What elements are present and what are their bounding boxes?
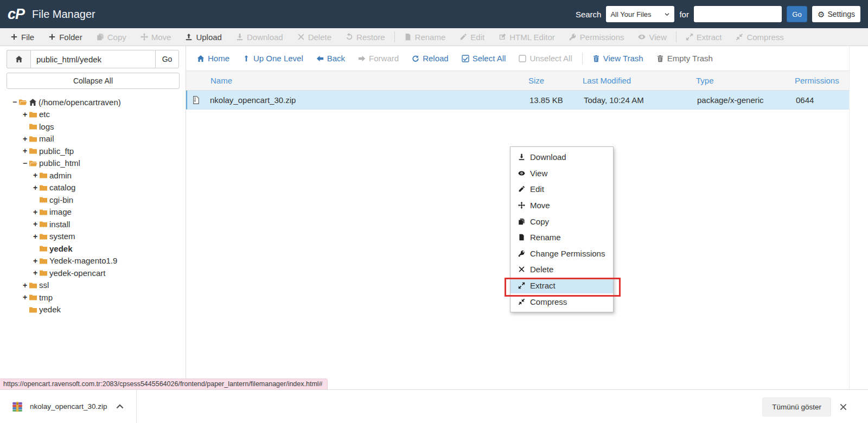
caret-up-icon[interactable] xyxy=(114,401,125,412)
tree-expander-plus-icon[interactable]: + xyxy=(21,134,29,143)
column-header-type[interactable]: Type xyxy=(696,76,795,85)
path-row: Go xyxy=(7,50,179,68)
column-header-permissions[interactable]: Permissions xyxy=(795,76,849,85)
tree-expander-plus-icon[interactable]: + xyxy=(31,257,39,265)
column-header-last-modified[interactable]: Last Modified xyxy=(583,76,696,85)
download-item[interactable]: nkolay_opencart_30.zip xyxy=(0,390,136,423)
context-menu-move[interactable]: Move xyxy=(510,197,613,214)
rar-archive-icon xyxy=(12,401,23,412)
nav-forward-button: Forward xyxy=(352,54,405,63)
x-icon xyxy=(518,266,525,273)
close-shelf-icon[interactable] xyxy=(839,403,847,411)
folder-icon xyxy=(29,134,37,143)
toolbar-folder-label: Folder xyxy=(59,33,82,42)
folder-icon xyxy=(39,195,48,204)
tree-expander-plus-icon[interactable]: + xyxy=(31,208,39,216)
tree-expander-minus-icon[interactable]: − xyxy=(21,159,29,168)
key-icon xyxy=(518,250,525,257)
tree-item-ssl[interactable]: +ssl xyxy=(0,279,186,292)
tree-item-label: etc xyxy=(39,110,50,119)
toolbar-permissions-button: Permissions xyxy=(562,28,631,46)
toolbar-file-button[interactable]: File xyxy=(3,28,41,46)
nav-view-trash-button[interactable]: View Trash xyxy=(586,54,650,63)
cpanel-logo[interactable]: cP xyxy=(8,6,24,23)
tree-expander-plus-icon[interactable]: + xyxy=(21,293,29,302)
tree-item-etc[interactable]: +etc xyxy=(0,108,186,121)
search-scope-select[interactable]: All Your Files xyxy=(606,6,674,22)
toolbar-upload-button[interactable]: Upload xyxy=(178,28,229,46)
tree-expander-plus-icon[interactable]: + xyxy=(21,110,29,119)
tree-item-yedek[interactable]: yedek xyxy=(0,242,186,255)
plus-icon xyxy=(10,33,18,41)
tree-item--home-opencartraven-[interactable]: −(/home/opencartraven) xyxy=(0,96,186,108)
nav-select-all-button[interactable]: Select All xyxy=(455,54,513,63)
table-row[interactable]: nkolay_opencart_30.zip13.85 KBToday, 10:… xyxy=(186,91,849,110)
show-all-downloads-button[interactable]: Tümünü göster xyxy=(762,398,831,416)
context-menu-delete[interactable]: Delete xyxy=(510,261,613,278)
toolbar-view-button: View xyxy=(631,28,673,46)
home-path-button[interactable] xyxy=(7,50,30,68)
tree-item-logs[interactable]: logs xyxy=(0,120,186,133)
tree-expander-plus-icon[interactable]: + xyxy=(31,268,39,277)
context-menu-compress-label: Compress xyxy=(530,297,567,306)
nav-empty-trash-button[interactable]: Empty Trash xyxy=(650,54,719,63)
context-menu-view[interactable]: View xyxy=(510,165,613,182)
tree-item-system[interactable]: +system xyxy=(0,230,186,243)
toolbar-file-label: File xyxy=(21,33,34,42)
tree-item-yedek-magento1-9[interactable]: +Yedek-magento1.9 xyxy=(0,255,186,267)
tree-item-public-ftp[interactable]: +public_ftp xyxy=(0,145,186,157)
tree-item-cgi-bin[interactable]: cgi-bin xyxy=(0,194,186,206)
tree-item-tmp[interactable]: +tmp xyxy=(0,291,186,304)
tree-expander-plus-icon[interactable]: + xyxy=(31,220,39,228)
tree-expander-plus-icon[interactable]: + xyxy=(21,281,29,290)
folder-icon xyxy=(39,171,48,180)
copy-icon xyxy=(97,33,104,41)
settings-button[interactable]: ⚙ Settings xyxy=(812,6,860,22)
toolbar-upload-label: Upload xyxy=(196,33,222,42)
compress-icon xyxy=(518,298,525,305)
collapse-all-button[interactable]: Collapse All xyxy=(7,73,180,89)
tree-expander-minus-icon[interactable]: − xyxy=(11,98,18,106)
toolbar-compress-button: Compress xyxy=(729,28,790,46)
search-input[interactable] xyxy=(694,6,782,22)
context-menu-rename[interactable]: Rename xyxy=(510,229,613,246)
file-name-cell: nkolay_opencart_30.zip xyxy=(187,95,529,105)
tree-expander-plus-icon[interactable]: + xyxy=(31,232,39,241)
context-menu-edit[interactable]: Edit xyxy=(510,181,613,197)
tree-item-public-html[interactable]: −public_html xyxy=(0,157,186,170)
column-header-name[interactable]: Name xyxy=(186,76,528,85)
tree-item-mail[interactable]: +mail xyxy=(0,133,186,145)
tree-expander-plus-icon[interactable]: + xyxy=(31,183,39,192)
tree-item-label: public_html xyxy=(39,158,80,168)
tree-item-install[interactable]: +install xyxy=(0,218,186,230)
nav-up-one-level-button[interactable]: Up One Level xyxy=(236,54,310,63)
path-go-button[interactable]: Go xyxy=(155,50,179,68)
scrollbar-gutter[interactable] xyxy=(849,46,868,389)
column-header-size[interactable]: Size xyxy=(528,76,583,85)
forward-icon xyxy=(358,55,366,62)
context-menu-copy[interactable]: Copy xyxy=(510,213,613,229)
tree-item-yedek[interactable]: yedek xyxy=(0,304,186,316)
copy-icon xyxy=(518,218,525,225)
nav-home-button[interactable]: Home xyxy=(190,54,236,63)
nav-home-label: Home xyxy=(208,54,229,63)
folder-open-icon xyxy=(18,98,27,106)
x-icon xyxy=(297,33,305,41)
context-menu-extract[interactable]: Extract xyxy=(510,278,613,294)
path-input[interactable] xyxy=(30,50,155,68)
search-go-button[interactable]: Go xyxy=(787,6,807,22)
context-menu-compress[interactable]: Compress xyxy=(510,293,613,310)
tree-item-yedek-opencart[interactable]: +yedek-opencart xyxy=(0,267,186,279)
tree-item-admin[interactable]: +admin xyxy=(0,169,186,182)
context-menu-download[interactable]: Download xyxy=(510,149,613,165)
tree-item-image[interactable]: +image xyxy=(0,206,186,219)
toolbar-download-label: Download xyxy=(247,33,283,42)
tree-expander-plus-icon[interactable]: + xyxy=(31,171,39,180)
nav-reload-button[interactable]: Reload xyxy=(405,54,455,63)
tree-item-catalog[interactable]: +catalog xyxy=(0,182,186,194)
toolbar-folder-button[interactable]: Folder xyxy=(41,28,90,46)
toolbar-copy-label: Copy xyxy=(107,33,126,42)
nav-back-button[interactable]: Back xyxy=(310,54,352,63)
context-menu-change-permissions[interactable]: Change Permissions xyxy=(510,246,613,262)
tree-expander-plus-icon[interactable]: + xyxy=(21,146,29,155)
